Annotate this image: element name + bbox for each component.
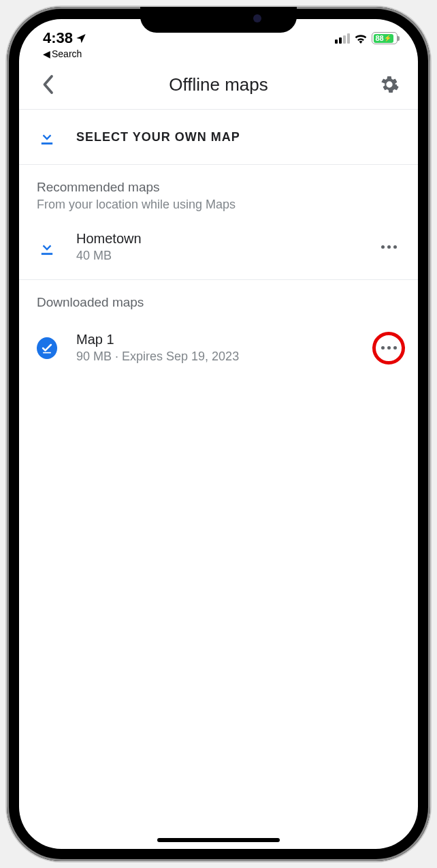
downloaded-title: Downloaded maps — [37, 295, 400, 310]
svg-rect-2 — [43, 352, 51, 353]
recommended-item-0[interactable]: Hometown 40 MB — [19, 215, 418, 279]
status-time: 4:38 — [43, 29, 86, 47]
wifi-icon — [354, 33, 368, 44]
download-icon — [37, 127, 56, 146]
phone-frame: 4:38 ◀ Search 88⚡ — [7, 7, 430, 861]
page-header: Offline maps — [19, 57, 418, 109]
back-triangle-icon: ◀ — [43, 48, 50, 59]
back-button[interactable] — [37, 74, 59, 95]
location-arrow-icon — [76, 33, 86, 44]
time-text: 4:38 — [43, 29, 73, 47]
recommended-subtitle: From your location while using Maps — [37, 198, 400, 212]
back-to-label: Search — [52, 48, 82, 59]
page-title: Offline maps — [169, 74, 268, 95]
recommended-header: Recommended maps From your location whil… — [19, 165, 418, 215]
battery-icon: 88⚡ — [372, 32, 398, 44]
select-own-map-label: SELECT YOUR OWN MAP — [76, 130, 240, 144]
recommended-item-0-name: Hometown — [76, 231, 358, 247]
battery-percent: 88 — [375, 34, 383, 42]
downloaded-item-0[interactable]: Map 1 90 MB · Expires Sep 19, 2023 — [19, 315, 418, 380]
screen: 4:38 ◀ Search 88⚡ — [19, 19, 418, 849]
select-own-map-button[interactable]: SELECT YOUR OWN MAP — [19, 109, 418, 165]
downloaded-item-0-more[interactable] — [377, 337, 400, 360]
gear-icon — [380, 75, 399, 94]
cellular-signal-icon — [335, 33, 350, 44]
downloaded-item-0-meta: 90 MB · Expires Sep 19, 2023 — [76, 350, 358, 364]
svg-rect-0 — [42, 142, 52, 144]
chevron-left-icon — [42, 74, 54, 95]
downloaded-item-0-name: Map 1 — [76, 332, 358, 347]
downloaded-header: Downloaded maps — [19, 280, 418, 315]
recommended-item-0-more[interactable] — [377, 236, 400, 259]
recommended-title: Recommended maps — [37, 180, 400, 195]
settings-button[interactable] — [378, 74, 400, 95]
home-indicator[interactable] — [157, 838, 280, 842]
download-icon — [37, 238, 56, 257]
notch — [140, 7, 297, 33]
svg-rect-1 — [42, 253, 52, 255]
more-icon — [381, 245, 397, 249]
recommended-item-0-meta: 40 MB — [76, 249, 358, 263]
status-back-link[interactable]: ◀ Search — [43, 48, 86, 59]
more-icon — [381, 346, 397, 350]
downloaded-check-icon — [37, 337, 57, 359]
